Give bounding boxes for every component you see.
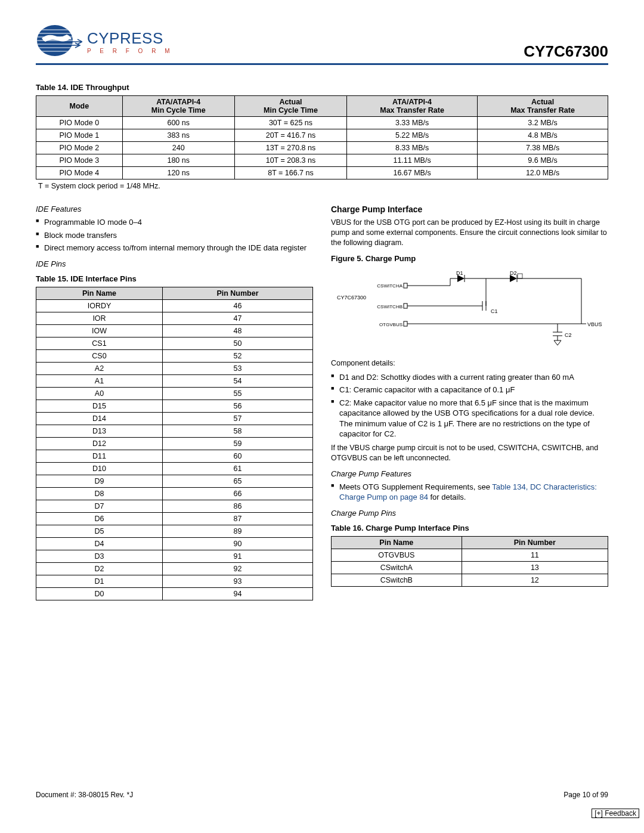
list-item: Block mode transfers: [36, 230, 313, 241]
table-row: D1259: [36, 437, 313, 450]
charge-pump-intro: VBUS for the USB OTG port can be produce…: [331, 218, 608, 248]
doc-number: Document #: 38-08015 Rev. *J: [36, 791, 133, 799]
table-row: D1556: [36, 400, 313, 412]
table-row: D786: [36, 500, 313, 512]
feedback-button[interactable]: [+] Feedback: [592, 809, 639, 818]
table16: Pin NamePin Number OTGVBUS11CSwitchA13CS…: [331, 536, 608, 587]
table-row: CS150: [36, 337, 313, 349]
svg-rect-12: [404, 283, 407, 288]
page: CYPRESS P E R F O R M CY7C67300 Table 14…: [0, 0, 644, 823]
list-item: C2: Make capacitor value no more that 6.…: [331, 398, 608, 439]
table-row: D391: [36, 550, 313, 562]
table-header: ATA/ATAPI-4Min Cycle Time: [122, 96, 234, 117]
list-item: Meets OTG Supplement Requirements, see T…: [331, 482, 608, 503]
part-number: CY7C67300: [524, 42, 608, 61]
table-row: OTGVBUS11: [332, 549, 608, 561]
svg-text:CSWITCHB: CSWITCHB: [377, 304, 402, 309]
figure5-diagram: CY7C67300 CSWITCHA CSWITCHB OTGVBUS D1: [331, 267, 608, 350]
table-row: A055: [36, 387, 313, 400]
table-row: D1457: [36, 412, 313, 425]
svg-rect-27: [518, 274, 522, 278]
table-row: D1160: [36, 450, 313, 462]
table-row: D193: [36, 575, 313, 587]
table-row: PIO Mode 0600 ns30T = 625 ns3.33 MB/s3.2…: [36, 117, 608, 129]
table-header: ActualMin Cycle Time: [234, 96, 346, 117]
table-header: Pin Name: [36, 287, 163, 299]
table-row: PIO Mode 3180 ns10T = 208.3 ns11.11 MB/s…: [36, 154, 608, 167]
table15-caption: Table 15. IDE Interface Pins: [36, 274, 313, 283]
cypress-globe-icon: [36, 24, 82, 61]
cp-pins-title: Charge Pump Pins: [331, 509, 608, 518]
table-row: PIO Mode 4120 ns8T = 166.7 ns16.67 MB/s1…: [36, 167, 608, 179]
cp-features-title: Charge Pump Features: [331, 469, 608, 478]
charge-pump-note: If the VBUS charge pump circuit is not t…: [331, 443, 608, 463]
right-column: Charge Pump Interface VBUS for the USB O…: [331, 199, 608, 603]
table-row: PIO Mode 224013T = 270.8 ns8.33 MB/s7.38…: [36, 142, 608, 154]
table-row: D965: [36, 475, 313, 487]
table-row: D1358: [36, 425, 313, 437]
table-header: Pin Number: [163, 287, 313, 299]
svg-rect-13: [404, 304, 407, 308]
list-item: Programmable IO mode 0–4: [36, 217, 313, 228]
table-row: IORDY46: [36, 299, 313, 312]
table-row: PIO Mode 1383 ns20T = 416.7 ns5.22 MB/s4…: [36, 129, 608, 142]
cp-features-list: Meets OTG Supplement Requirements, see T…: [331, 482, 608, 503]
svg-marker-42: [554, 340, 561, 345]
svg-text:VBUS: VBUS: [587, 321, 602, 327]
table-header: Pin Number: [462, 536, 608, 549]
svg-text:CSWITCHA: CSWITCHA: [377, 283, 402, 289]
table-row: D866: [36, 487, 313, 500]
table-header: ActualMax Transfer Rate: [478, 96, 608, 117]
table14: ModeATA/ATAPI-4Min Cycle TimeActualMin C…: [36, 95, 608, 179]
svg-text:OTGVBUS: OTGVBUS: [379, 322, 402, 327]
figure5-caption: Figure 5. Charge Pump: [331, 254, 608, 263]
table14-footnote: T = System clock period = 1/48 MHz.: [38, 182, 608, 190]
svg-text:D2: D2: [510, 270, 517, 276]
table-row: CSwitchB12: [332, 574, 608, 586]
table-row: D589: [36, 525, 313, 537]
table-row: A253: [36, 362, 313, 374]
fig-chip-label: CY7C67300: [337, 295, 366, 301]
svg-rect-14: [404, 321, 407, 326]
table-row: D094: [36, 587, 313, 600]
table-row: D292: [36, 562, 313, 575]
table16-caption: Table 16. Charge Pump Interface Pins: [331, 524, 608, 532]
list-item: D1 and D2: Schottky diodes with a curren…: [331, 372, 608, 383]
table-row: CS052: [36, 349, 313, 362]
page-number: Page 10 of 99: [564, 791, 608, 799]
table-row: IOR47: [36, 312, 313, 324]
list-item: Direct memory access to/from internal me…: [36, 243, 313, 253]
brand-name: CYPRESS: [87, 30, 174, 46]
svg-text:D1: D1: [456, 270, 463, 276]
table-header: Pin Name: [332, 536, 462, 549]
svg-text:C2: C2: [565, 332, 572, 338]
table15: Pin NamePin Number IORDY46IOR47IOW48CS15…: [36, 287, 313, 600]
table-row: D1061: [36, 462, 313, 475]
table-row: D687: [36, 512, 313, 525]
component-details-title: Component details:: [331, 358, 608, 368]
table-header: ATA/ATPI-4Max Transfer Rate: [347, 96, 478, 117]
left-column: IDE Features Programmable IO mode 0–4Blo…: [36, 199, 313, 603]
svg-text:C1: C1: [491, 308, 498, 314]
table-row: D490: [36, 537, 313, 550]
page-footer: Document #: 38-08015 Rev. *J Page 10 of …: [36, 791, 608, 799]
table-row: CSwitchA13: [332, 561, 608, 574]
table-row: IOW48: [36, 324, 313, 337]
table14-caption: Table 14. IDE Throughput: [36, 83, 608, 92]
list-item: C1: Ceramic capacitor with a capacitance…: [331, 385, 608, 395]
table-row: A154: [36, 374, 313, 387]
ide-features-list: Programmable IO mode 0–4Block mode trans…: [36, 217, 313, 253]
ide-pins-title: IDE Pins: [36, 259, 313, 268]
brand-tagline: P E R F O R M: [87, 48, 174, 54]
charge-pump-title: Charge Pump Interface: [331, 205, 608, 214]
page-header: CYPRESS P E R F O R M CY7C67300: [36, 24, 608, 65]
component-details-list: D1 and D2: Schottky diodes with a curren…: [331, 372, 608, 439]
ide-features-title: IDE Features: [36, 205, 313, 213]
logo-block: CYPRESS P E R F O R M: [36, 24, 174, 61]
table-header: Mode: [36, 96, 123, 117]
